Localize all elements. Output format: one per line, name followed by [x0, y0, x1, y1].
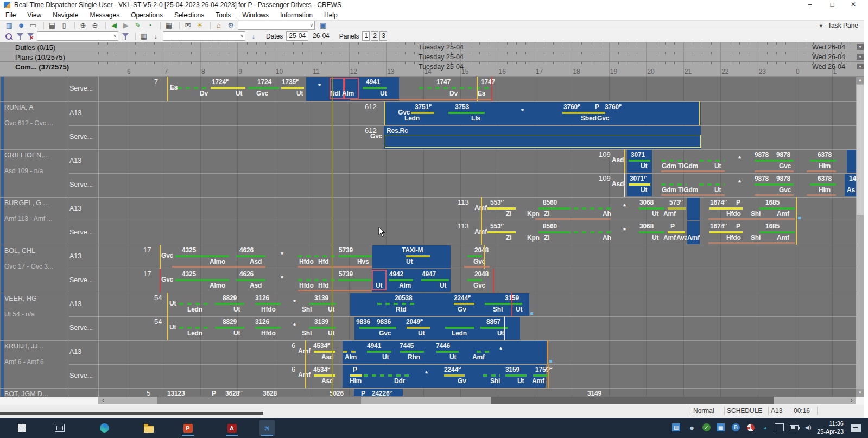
trip-bar[interactable]: [248, 87, 279, 89]
scroll-right-arrow[interactable]: ›: [848, 397, 856, 404]
trip-bar[interactable]: [535, 231, 571, 233]
mail-icon[interactable]: ✉: [183, 21, 193, 30]
sort-combo[interactable]: ∨: [163, 31, 245, 41]
trip-bar[interactable]: [699, 183, 725, 186]
photos-tray-icon[interactable]: ▨: [671, 423, 681, 432]
settings-icon[interactable]: ⚙: [226, 21, 236, 30]
trip-bar[interactable]: [172, 279, 229, 281]
display-tray-icon[interactable]: [775, 423, 784, 432]
start-button[interactable]: [14, 420, 29, 436]
trip-bar[interactable]: [350, 374, 362, 377]
crews-app-icon[interactable]: ✈: [259, 420, 275, 436]
trip-bar[interactable]: [629, 160, 650, 162]
menu-item-file[interactable]: File: [5, 11, 16, 19]
trip-bar[interactable]: [445, 112, 485, 114]
trip-bar[interactable]: [211, 87, 245, 89]
clear-filter-icon[interactable]: ×: [27, 32, 34, 41]
globe-tray-icon[interactable]: ◕: [761, 423, 770, 432]
lamp-icon[interactable]: ☀: [195, 21, 205, 30]
trip-bar[interactable]: [445, 327, 474, 329]
trip-bar[interactable]: [639, 207, 664, 210]
user-icon[interactable]: ☻: [16, 21, 26, 30]
menu-item-navigate[interactable]: Navigate: [53, 11, 78, 19]
trip-bar[interactable]: [759, 231, 795, 233]
trip-bar[interactable]: [483, 374, 500, 377]
menu-item-view[interactable]: View: [27, 11, 41, 19]
security-shield-icon[interactable]: ✓: [702, 423, 711, 432]
trip-bar[interactable]: [364, 374, 409, 377]
menu-item-operations[interactable]: Operations: [131, 11, 163, 19]
powerpoint-icon[interactable]: P: [180, 420, 195, 436]
trip-bar[interactable]: [477, 351, 490, 353]
row-type-label[interactable]: Serve...: [69, 85, 98, 92]
row-filter-label[interactable]: Plans (10/2575): [15, 53, 65, 61]
workstation-icon[interactable]: ▥: [4, 21, 14, 30]
row-type-label[interactable]: A13: [69, 109, 98, 117]
edge-icon[interactable]: [97, 420, 112, 436]
acrobat-icon[interactable]: A: [224, 420, 239, 436]
sort-icon[interactable]: ↓: [151, 32, 161, 41]
row-type-label[interactable]: A13: [69, 348, 98, 356]
trip-bar[interactable]: [454, 303, 474, 305]
row-type-label[interactable]: Serve...: [69, 228, 98, 236]
trip-bar[interactable]: [236, 279, 265, 281]
filter-icon[interactable]: [16, 32, 24, 41]
trip-bar[interactable]: [377, 303, 418, 305]
back-icon[interactable]: ◀: [109, 21, 119, 30]
trip-bar[interactable]: [639, 231, 664, 233]
minimize-button[interactable]: –: [802, 1, 818, 9]
trip-bar[interactable]: [709, 207, 743, 210]
trip-bar[interactable]: [215, 303, 244, 305]
scroll-up-arrow[interactable]: ▲: [856, 77, 864, 84]
trip-bar[interactable]: [481, 303, 522, 305]
menu-item-information[interactable]: Information: [280, 11, 313, 19]
trip-bar[interactable]: [759, 207, 795, 210]
forward-icon[interactable]: ▶: [121, 21, 131, 30]
file-explorer-icon[interactable]: [141, 420, 156, 436]
apply-icon[interactable]: ↓: [249, 32, 258, 41]
maximize-button[interactable]: □: [825, 1, 840, 9]
document-icon[interactable]: ▯: [59, 21, 69, 30]
trip-bar[interactable]: [668, 207, 686, 210]
row-type-label[interactable]: Serve...: [69, 181, 98, 188]
trip-bar[interactable]: [338, 279, 372, 281]
close-button[interactable]: ✕: [846, 1, 861, 9]
trip-bar[interactable]: [255, 327, 281, 329]
panel-button-1[interactable]: 1: [362, 31, 370, 41]
horizontal-scroll-thumb[interactable]: [157, 397, 361, 404]
row-type-label[interactable]: A13: [69, 252, 98, 260]
filter-combo[interactable]: ∨: [37, 31, 118, 41]
trip-bar[interactable]: [236, 255, 265, 257]
scroll-left-arrow[interactable]: ‹: [99, 397, 107, 404]
notification-center-icon[interactable]: [851, 424, 861, 432]
trip-bar[interactable]: [179, 303, 209, 305]
menu-item-windows[interactable]: Windows: [242, 11, 269, 19]
trip-bar[interactable]: [419, 87, 489, 89]
tiles-tray-icon[interactable]: ▦: [716, 423, 725, 432]
clock-circle-icon[interactable]: ◔: [145, 21, 155, 30]
edit-circle-icon[interactable]: ✎: [133, 21, 143, 30]
trip-bar[interactable]: [755, 160, 794, 162]
trip-bar[interactable]: [179, 327, 209, 329]
menu-item-selections[interactable]: Selections: [174, 11, 204, 19]
row-filter-label[interactable]: Com... (37/2575): [15, 63, 69, 71]
trip-bar[interactable]: [668, 231, 685, 233]
date-field-2[interactable]: 26-04: [310, 31, 332, 41]
trip-bar[interactable]: [709, 231, 743, 233]
trip-bar[interactable]: [487, 231, 516, 233]
row-type-label[interactable]: A13: [69, 205, 98, 212]
trip-bar[interactable]: [807, 183, 836, 186]
header-mini-button[interactable]: ▾: [857, 64, 864, 69]
task-pane-toggle[interactable]: ▼Task Pane: [819, 22, 858, 29]
trip-bar[interactable]: [807, 160, 836, 162]
trip-bar[interactable]: [574, 207, 611, 210]
trip-bar[interactable]: [407, 327, 430, 329]
search-icon[interactable]: [4, 32, 13, 41]
trip-bar[interactable]: [343, 351, 357, 353]
antivirus-pie-icon[interactable]: [746, 423, 755, 432]
trip-bar[interactable]: [629, 183, 650, 186]
panel-button-2[interactable]: 2: [371, 31, 378, 41]
person-tray-icon[interactable]: ☻: [687, 423, 696, 432]
trip-bar[interactable]: [215, 327, 244, 329]
vertical-scroll-thumb[interactable]: [857, 85, 864, 215]
